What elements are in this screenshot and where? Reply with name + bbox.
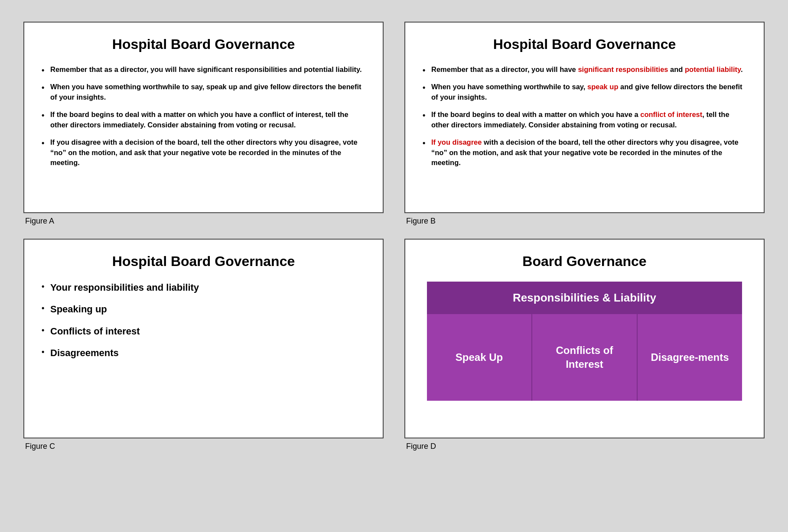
figure-c-bullet-4: Disagreements: [42, 347, 365, 360]
figure-a-bullets: Remember that as a director, you will ha…: [42, 65, 365, 168]
figure-b-highlight-2: speak up: [587, 83, 619, 91]
figure-a-bullet-4: If you disagree with a decision of the b…: [42, 137, 365, 169]
figure-b-bullet-3: If the board begins to deal with a matte…: [423, 110, 746, 130]
figure-b-highlight-3: conflict of interest: [640, 110, 702, 118]
figure-c-slide: Hospital Board Governance Your responsib…: [23, 239, 384, 438]
figure-b-highlight-4: If you disagree: [431, 138, 482, 146]
figure-b-label: Figure B: [404, 217, 765, 226]
figure-d-title: Board Governance: [423, 253, 746, 269]
diagram-cell-disagreements-label: Disagree-ments: [651, 350, 729, 364]
figure-a-slide: Hospital Board Governance Remember that …: [23, 22, 384, 213]
diagram-cell-disagreements: Disagree-ments: [638, 314, 742, 401]
figure-c-bullets: Your responsibilities and liability Spea…: [42, 282, 365, 360]
figure-a-container: Hospital Board Governance Remember that …: [13, 13, 394, 230]
figure-b-bullets: Remember that as a director, you will ha…: [423, 65, 746, 168]
figure-d-container: Board Governance Responsibilities & Liab…: [394, 230, 775, 455]
figure-a-title: Hospital Board Governance: [42, 36, 365, 52]
figure-b-bullet-1: Remember that as a director, you will ha…: [423, 65, 746, 75]
figure-a-label: Figure A: [23, 217, 384, 226]
diagram-top-section: Responsibilities & Liability: [427, 282, 742, 314]
figure-a-bullet-1: Remember that as a director, you will ha…: [42, 65, 365, 75]
figure-d-slide: Board Governance Responsibilities & Liab…: [404, 239, 765, 438]
diagram-top-label: Responsibilities & Liability: [513, 291, 656, 304]
figure-c-bullet-2: Speaking up: [42, 303, 365, 316]
diagram-cell-conflicts-label: Conflicts of Interest: [539, 344, 630, 370]
figure-b-slide: Hospital Board Governance Remember that …: [404, 22, 765, 213]
figure-b-title: Hospital Board Governance: [423, 36, 746, 52]
figure-b-bullet-4: If you disagree with a decision of the b…: [423, 137, 746, 169]
diagram-cell-speak-up: Speak Up: [427, 314, 532, 401]
figure-b-container: Hospital Board Governance Remember that …: [394, 13, 775, 230]
figure-c-bullet-3: Conflicts of interest: [42, 325, 365, 338]
figure-c-container: Hospital Board Governance Your responsib…: [13, 230, 394, 455]
figure-b-highlight-1a: significant responsibilities: [578, 65, 668, 73]
diagram-bottom-section: Speak Up Conflicts of Interest Disagree-…: [427, 314, 742, 401]
figure-c-title: Hospital Board Governance: [42, 253, 365, 269]
figure-d-diagram: Responsibilities & Liability Speak Up Co…: [427, 282, 742, 401]
figure-d-label: Figure D: [404, 442, 765, 451]
figure-b-bullet-2: When you have something worthwhile to sa…: [423, 82, 746, 103]
figure-a-bullet-2: When you have something worthwhile to sa…: [42, 82, 365, 103]
diagram-cell-conflicts: Conflicts of Interest: [532, 314, 638, 401]
figure-a-bullet-3: If the board begins to deal with a matte…: [42, 110, 365, 130]
figure-c-label: Figure C: [23, 442, 384, 451]
diagram-cell-speak-up-label: Speak Up: [456, 350, 503, 364]
figure-b-highlight-1b: potential liability: [685, 65, 741, 73]
figure-c-bullet-1: Your responsibilities and liability: [42, 282, 365, 294]
